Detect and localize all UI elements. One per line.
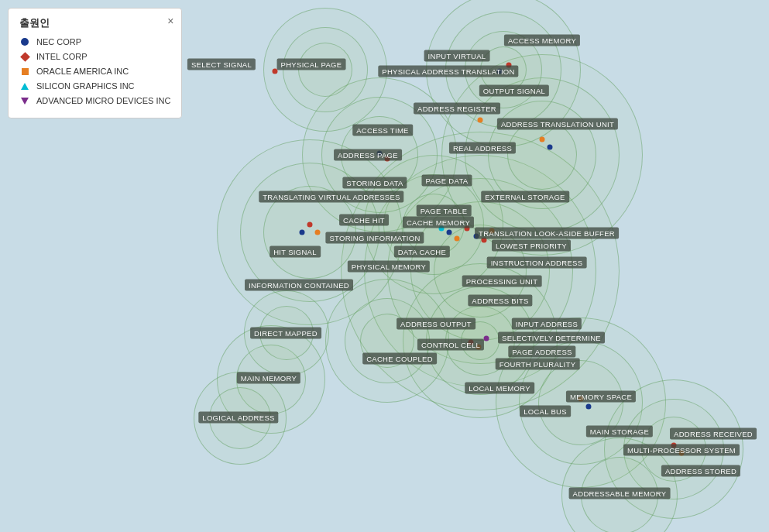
legend-item-nec: NEC CORP [19,36,170,47]
label-l29: ADDRESS OUTPUT [397,318,475,330]
label-l37: MAIN MEMORY [237,372,300,384]
label-l40: LOCAL BUS [520,406,571,417]
label-l27: INFORMATION CONTAINED [245,280,353,291]
label-l26: PROCESSING UNIT [462,276,542,287]
node-6 [484,336,489,342]
legend-icon-nec [19,36,30,47]
label-l5: PHYSICAL ADDRESS TRANSLATION [378,66,518,77]
label-l18: CACHE HIT [339,215,389,226]
label-l15: EXTERNAL STORAGE [481,191,569,203]
label-l22: HIT SIGNAL [269,246,321,258]
label-l35: CACHE COUPLED [362,353,437,365]
legend-title: 출원인 [19,16,170,30]
label-l12: STORING DATA [342,177,407,189]
legend-panel: 출원인 × NEC CORPINTEL CORPORACLE AMERICA I… [8,8,182,118]
legend-icon-intel [19,51,30,62]
label-l6: OUTPUT SIGNAL [479,85,549,97]
node-18 [307,222,313,228]
legend-label-oracle: ORACLE AMERICA INC [36,67,129,76]
label-l10: REAL ADDRESS [449,142,516,154]
legend-label-intel: INTEL CORP [36,52,88,61]
close-icon[interactable]: × [167,15,173,27]
node-7 [447,230,452,235]
legend-label-amd: ADVANCED MICRO DEVICES INC [36,96,170,105]
label-l33: CONTROL CELL [417,339,484,351]
legend-icon-amd [19,95,30,106]
legend-icon-silicon [19,81,30,91]
node-20 [300,230,305,235]
label-l25: PHYSICAL MEMORY [348,261,430,273]
label-l2: INPUT VIRTUAL [424,50,490,62]
label-l34: PAGE ADDRESS [508,346,575,358]
label-l4: PHYSICAL PAGE [277,59,346,70]
label-l24: INSTRUCTION ADDRESS [487,257,587,269]
label-l41: LOGICAL ADDRESS [198,412,278,424]
label-l36: FOURTH PLURALITY [496,359,580,370]
node-16 [540,137,545,142]
label-l20: STORING INFORMATION [325,232,424,244]
label-l32: SELECTIVELY DETERMINE [498,332,605,344]
label-l9: ACCESS TIME [352,125,413,136]
label-l31: DIRECT MAPPED [250,328,321,339]
legend-icon-oracle [19,66,30,77]
label-l8: ADDRESS TRANSLATION UNIT [497,118,618,130]
legend-item-intel: INTEL CORP [19,51,170,62]
label-l45: ADDRESS STORED [661,465,740,477]
label-l19: TRANSLATION LOOK-ASIDE BUFFER [475,228,619,239]
label-l39: MEMORY SPACE [566,391,636,403]
label-l42: MAIN STORAGE [586,426,653,438]
label-l13: PAGE DATA [422,175,472,187]
label-l46: ADDRESSABLE MEMORY [569,488,671,499]
label-l21: LOWEST PRIORITY [492,240,571,252]
legend-label-nec: NEC CORP [36,37,81,46]
legend-label-silicon: SILICON GRAPHICS INC [36,81,135,91]
label-l11: ADDRESS PAGE [334,149,402,161]
label-l23: DATA CACHE [394,246,450,258]
label-l28: ADDRESS BITS [468,295,532,307]
label-l44: MULTI-PROCESSOR SYSTEM [623,444,740,456]
legend-item-oracle: ORACLE AMERICA INC [19,66,170,77]
label-l38: LOCAL MEMORY [465,383,534,394]
node-13 [478,118,483,123]
node-22 [586,404,592,410]
label-l14: TRANSLATING VIRTUAL ADDRESSES [259,191,403,203]
label-l3: SELECT SIGNAL [187,59,256,70]
node-19 [315,230,321,235]
label-l43: ADDRESS RECEIVED [670,428,757,440]
node-8 [455,236,460,242]
legend-item-silicon: SILICON GRAPHICS INC [19,81,170,91]
legend-items: NEC CORPINTEL CORPORACLE AMERICA INCSILI… [19,36,170,106]
label-l30: INPUT ADDRESS [512,318,582,330]
node-17 [548,145,553,150]
label-l1: ACCESS MEMORY [504,35,580,46]
label-l16: PAGE TABLE [417,205,472,217]
label-l7: ADDRESS REGISTER [414,103,500,115]
label-l17: CACHE MEMORY [403,217,474,228]
legend-item-amd: ADVANCED MICRO DEVICES INC [19,95,170,106]
